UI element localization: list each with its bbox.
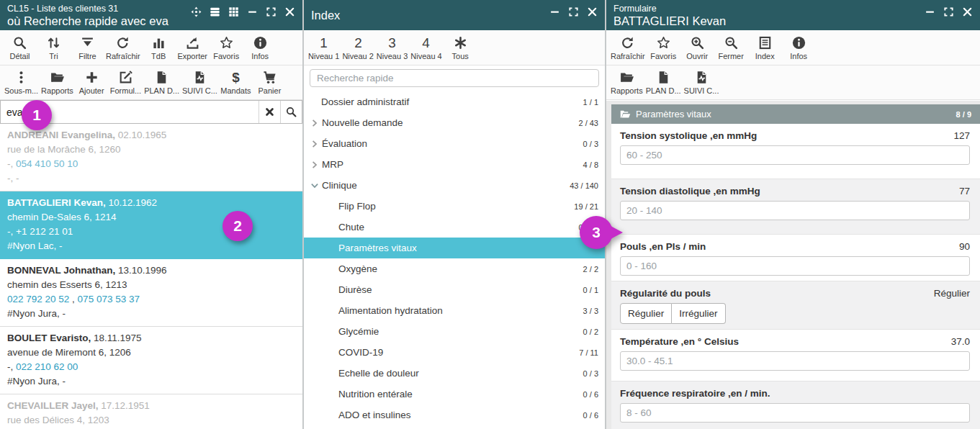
toolbar-button-filtre[interactable]: Filtre — [71, 34, 104, 62]
tree-item-glycemie[interactable]: Glycémie0 / 2 — [304, 321, 605, 342]
tree-item-diurese[interactable]: Diurèse0 / 1 — [304, 279, 605, 300]
tree-item-nouvelle-demande[interactable]: Nouvelle demande2 / 43 — [304, 112, 605, 133]
toolbar-button-rafraichir[interactable]: Rafraîchir — [609, 34, 647, 62]
phone-link[interactable]: 075 073 53 37 — [78, 294, 140, 304]
toolbar-button-panier[interactable]: Panier — [253, 68, 287, 96]
file-icon — [154, 70, 169, 85]
form-toolbar-2: RapportsPLAN D...SUIVI C... — [606, 66, 980, 100]
client-row[interactable]: CHEVAILLER Jayel, 17.12.1951rue des Déli… — [0, 394, 302, 429]
field-label: Température ,en ° Celsius — [620, 335, 739, 348]
toolbar-button-tri[interactable]: Tri — [37, 34, 71, 62]
tree-item-echelle-de-douleur[interactable]: Echelle de douleur0 / 3 — [304, 363, 605, 384]
client-address: rue de la Morâche 6, 1260 — [7, 143, 295, 157]
chevron-down-icon[interactable] — [310, 181, 319, 190]
phone-link[interactable]: +1 212 21 01 — [16, 226, 73, 237]
toolbar-button-index[interactable]: Index — [748, 34, 782, 62]
field-input-frequence-respiratoire[interactable] — [620, 403, 970, 423]
tree-item-nutrition-enterale[interactable]: Nutrition entérale0 / 6 — [304, 384, 605, 405]
phone-link[interactable]: 054 410 50 10 — [16, 158, 78, 169]
rows-button[interactable] — [209, 6, 221, 18]
field-header: Tension systolique ,en mmHg127 — [620, 130, 970, 142]
phone-link[interactable]: 022 210 62 00 — [16, 361, 78, 372]
toolbar-button-plan-d[interactable]: PLAN D... — [644, 68, 683, 96]
chevron-right-icon[interactable] — [310, 119, 319, 127]
toolbar-button-infos[interactable]: Infos — [782, 34, 816, 62]
maximize-button[interactable] — [943, 6, 955, 18]
toolbar-button-favoris[interactable]: Favoris — [647, 34, 680, 62]
toolbar-button-niveau-3[interactable]: 3Niveau 3 — [375, 34, 409, 62]
maximize-icon — [568, 6, 579, 17]
field-input-pouls[interactable] — [620, 256, 970, 276]
grid-button[interactable] — [228, 6, 240, 18]
tree-item-dossier-administratif[interactable]: Dossier administratif1 / 1 — [304, 91, 605, 112]
toolbar-button-niveau-4[interactable]: 4Niveau 4 — [409, 34, 443, 62]
client-row[interactable]: BONNEVAL Johnathan, 13.10.1996chemin des… — [0, 259, 302, 327]
toolbar-button-favoris[interactable]: Favoris — [210, 34, 243, 62]
toolbar-button-rafraichir[interactable]: Rafraîchir — [104, 34, 142, 62]
client-row[interactable]: ANDREANI Evangelina, 02.10.1965rue de la… — [0, 124, 302, 191]
toolbar-button-formul[interactable]: Formul... — [109, 68, 143, 96]
toolbar-button-detail[interactable]: Détail — [3, 34, 37, 62]
client-row[interactable]: BOULET Evaristo, 18.11.1975avenue de Mir… — [0, 327, 302, 394]
tree-item-clinique[interactable]: Clinique43 / 140 — [304, 175, 605, 196]
index-search-input[interactable] — [310, 69, 599, 87]
toolbar-button-infos[interactable]: Infos — [243, 34, 277, 62]
move-button[interactable] — [190, 6, 202, 18]
toolbar-button-label: Panier — [259, 86, 282, 95]
tree-item-chute[interactable]: Chute0 / 27 — [304, 217, 605, 238]
tree-item-count: 2 / 43 — [578, 119, 598, 127]
tree-item-flip-flop[interactable]: Flip Flop19 / 21 — [304, 196, 605, 217]
chevron-right-icon — [310, 119, 319, 127]
field-input-tension-diastolique[interactable] — [620, 201, 970, 220]
toolbar-button-fermer[interactable]: Fermer — [714, 34, 748, 62]
client-list-titlebar: CL15 - Liste des clientes 31 où Recherch… — [0, 0, 302, 30]
tree-item-parametres-vitaux[interactable]: Paramètres vitaux — [304, 238, 605, 258]
maximize-button[interactable] — [567, 6, 580, 18]
tree-item-alimentation-hydratation[interactable]: Alimentation hydratation3 / 3 — [304, 300, 605, 321]
close-button[interactable] — [284, 6, 296, 18]
toolbar-button-niveau-1[interactable]: 1Niveau 1 — [307, 34, 341, 62]
tree-item-oxygene[interactable]: Oxygène2 / 2 — [304, 258, 605, 279]
toolbar-button-rapports[interactable]: Rapports — [40, 68, 75, 96]
close-button[interactable] — [961, 6, 974, 18]
maximize-button[interactable] — [265, 6, 277, 18]
tree-item-ado-et-insulines[interactable]: ADO et insulines0 / 6 — [304, 405, 605, 425]
chevron-right-icon[interactable] — [310, 161, 319, 169]
chevron-right-icon[interactable] — [310, 140, 319, 148]
clear-search-button[interactable] — [259, 101, 280, 123]
toolbar-button-ajouter[interactable]: Ajouter — [75, 68, 109, 96]
minimize-button[interactable] — [924, 6, 936, 18]
client-sector-tags: #Nyon Jura, - — [7, 374, 295, 389]
tree-item-evaluation[interactable]: Évaluation0 / 3 — [304, 133, 605, 154]
toolbar-button-suivi-c[interactable]: SUIVI C... — [683, 68, 721, 96]
toolbar-button-tous[interactable]: Tous — [444, 34, 477, 62]
index-panel: Index 1Niveau 12Niveau 23Niveau 34Niveau… — [304, 0, 605, 429]
tree-item-covid-19[interactable]: COVID-197 / 11 — [304, 342, 605, 363]
field-input-temperature[interactable] — [620, 351, 970, 371]
toolbar-button-ouvrir[interactable]: Ouvrir — [680, 34, 714, 62]
toolbar-button-exporter[interactable]: Exporter — [176, 34, 210, 62]
field-input-tension-systolique[interactable] — [620, 145, 970, 165]
toolbar-button-niveau-2[interactable]: 2Niveau 2 — [341, 34, 374, 62]
field-block-tension-diastolique: Tension diastolique ,en mmHg77 — [611, 179, 980, 235]
index-titlebar: Index — [304, 0, 605, 30]
toolbar-button-tdb[interactable]: TdB — [142, 34, 176, 62]
phone-link[interactable]: 022 792 20 52 — [7, 294, 69, 304]
client-row[interactable]: BATTAGLIERI Kevan, 10.12.1962chemin De-S… — [0, 191, 302, 259]
field-label: Tension diastolique ,en mmHg — [620, 185, 760, 197]
toolbar-button-rapports[interactable]: Rapports — [609, 68, 644, 96]
toolbar-button-suivi-c[interactable]: SUIVI C... — [181, 68, 219, 96]
toolbar-button-sous-m[interactable]: Sous-m... — [3, 68, 40, 96]
minimize-button[interactable] — [549, 6, 561, 18]
option-button-irregulier[interactable]: Irrégulier — [672, 303, 725, 324]
toolbar-button-plan-d[interactable]: PLAN D... — [143, 68, 181, 96]
close-button[interactable] — [586, 6, 598, 18]
tree-item-count: 1 / 1 — [583, 98, 598, 107]
toolbar-button-mandats[interactable]: $Mandats — [219, 68, 253, 96]
search-button[interactable] — [280, 101, 302, 123]
field-header: Température ,en ° Celsius37.0 — [620, 335, 970, 348]
tree-item-mrp[interactable]: MRP4 / 8 — [304, 154, 605, 175]
section-header-parametres-vitaux[interactable]: Paramètres vitaux 8 / 9 — [611, 104, 980, 124]
option-button-regulier[interactable]: Régulier — [620, 303, 672, 324]
minimize-button[interactable] — [246, 6, 259, 18]
